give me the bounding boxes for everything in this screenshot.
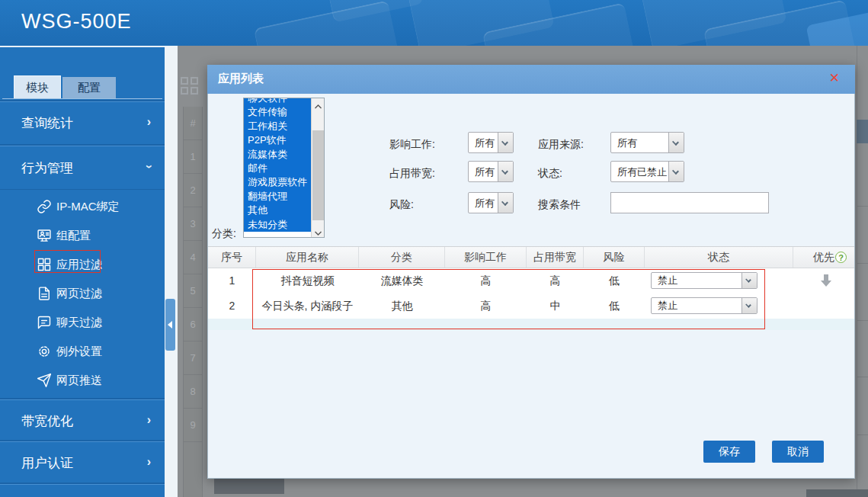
row-number: 3: [184, 207, 202, 241]
sidebar-item-app-filter[interactable]: 应用过滤: [0, 250, 165, 279]
section-label: 带宽优化: [21, 412, 73, 429]
cell-name: 抖音短视频: [256, 268, 359, 293]
sidebar-section-user-auth[interactable]: 用户认证 ›: [0, 441, 165, 483]
category-option[interactable]: 游戏股票软件: [244, 175, 312, 189]
move-down-icon[interactable]: [821, 274, 831, 287]
cell-index: 2: [208, 293, 256, 319]
sidebar-section-bandwidth-opt[interactable]: 带宽优化 ›: [0, 399, 165, 441]
select-value: 所有: [617, 136, 637, 150]
close-icon[interactable]: ✕: [829, 71, 840, 86]
background-row-line: [857, 377, 868, 377]
bandwidth-filter-select[interactable]: 所有: [468, 161, 514, 182]
category-listbox[interactable]: 聊天软件 文件传输 工作相关 P2P软件 流媒体类 邮件 游戏股票软件 翻墙代理…: [243, 98, 325, 238]
scroll-down-button[interactable]: [312, 225, 325, 237]
category-option[interactable]: 流媒体类: [244, 148, 312, 162]
save-button[interactable]: 保存: [703, 441, 755, 463]
status-filter-select[interactable]: 所有已禁止: [610, 161, 684, 182]
bandwidth-filter-label: 占用带宽:: [389, 167, 435, 181]
gear-icon: [37, 344, 52, 359]
col-header-index: 序号: [208, 247, 256, 268]
source-filter-select[interactable]: 所有: [610, 132, 684, 153]
risk-filter-select[interactable]: 所有: [468, 192, 514, 213]
category-option[interactable]: P2P软件: [244, 133, 312, 147]
search-filter-label: 搜索条件: [538, 198, 581, 212]
row-number: #: [184, 107, 202, 140]
source-filter-label: 应用来源:: [538, 138, 584, 152]
cell-index: 1: [208, 268, 256, 293]
category-label: 分类:: [212, 227, 236, 241]
chat-bubble-icon: [37, 315, 52, 330]
cell-risk: 低: [584, 293, 645, 319]
scroll-up-button[interactable]: [312, 98, 325, 111]
chevron-right-icon: ›: [147, 412, 151, 426]
chevron-right-icon: ›: [147, 115, 151, 129]
chevron-down-icon: [498, 193, 513, 213]
sidebar-item-label: 网页过滤: [56, 287, 102, 301]
col-header-priority-label: 优先: [813, 251, 834, 263]
help-icon[interactable]: ?: [835, 252, 847, 263]
chevron-down-icon: [741, 298, 757, 313]
app-table-body: 1 抖音短视频 流媒体类 高 高 低 禁止 2 今日头条, 内涵段子 其他 高 …: [208, 268, 854, 330]
impact-filter-select[interactable]: 所有: [468, 132, 514, 153]
select-value: 禁止: [658, 273, 677, 288]
sidebar-item-group-config[interactable]: 组配置: [0, 221, 165, 250]
sidebar-item-exception[interactable]: 例外设置: [0, 337, 165, 366]
cell-impact: 高: [445, 293, 527, 319]
section-label: 查询统计: [21, 114, 73, 132]
sidebar-item-web-push[interactable]: 网页推送: [0, 366, 165, 395]
col-header-impact: 影响工作: [445, 247, 527, 268]
background-row-line: [857, 206, 868, 207]
sidebar-item-chat-filter[interactable]: 聊天过滤: [0, 308, 165, 337]
sidebar-section-query-stats[interactable]: 查询统计 ›: [0, 101, 165, 143]
background-dimmed-button: [214, 479, 284, 494]
dialog-titlebar: 应用列表 ✕: [207, 65, 855, 94]
app-header: WSG-500E: [0, 0, 868, 46]
table-row-empty: [208, 319, 854, 330]
search-input[interactable]: [610, 192, 769, 213]
category-option[interactable]: 其他: [244, 204, 312, 217]
sidebar-item-ip-mac[interactable]: IP-MAC绑定: [0, 192, 165, 221]
sidebar-item-label: 聊天过滤: [56, 316, 102, 330]
category-option[interactable]: 工作相关: [244, 120, 312, 133]
chevron-down-icon: [498, 133, 513, 152]
tab-config[interactable]: 配置: [62, 77, 116, 98]
chevron-down-icon: [668, 133, 684, 152]
table-row: 2 今日头条, 内涵段子 其他 高 中 低 禁止: [208, 293, 854, 319]
category-option[interactable]: 翻墙代理: [244, 190, 312, 204]
sidebar-item-label: 网页推送: [56, 374, 102, 388]
table-row: 1 抖音短视频 流媒体类 高 高 低 禁止: [208, 268, 854, 293]
row-number: 9: [184, 409, 202, 442]
scrollbar-thumb[interactable]: [312, 130, 324, 220]
cell-bandwidth: 高: [527, 268, 584, 293]
chevron-down-icon: [668, 162, 684, 181]
behavior-submenu: IP-MAC绑定 组配置 应用过滤 网页过滤 聊天过滤 例外设置 网页推送: [0, 189, 165, 399]
category-option[interactable]: 文件传输: [244, 105, 312, 119]
listbox-scrollbar[interactable]: [311, 98, 324, 237]
tab-modules[interactable]: 模块: [14, 75, 61, 98]
status-select[interactable]: 禁止: [651, 272, 757, 289]
background-row-line: [857, 320, 868, 321]
cell-status: 禁止: [645, 268, 793, 293]
category-option[interactable]: 聊天软件: [244, 98, 312, 105]
sidebar-item-web-filter[interactable]: 网页过滤: [0, 279, 165, 308]
select-value: 禁止: [658, 298, 677, 313]
category-options: 聊天软件 文件传输 工作相关 P2P软件 流媒体类 邮件 游戏股票软件 翻墙代理…: [244, 98, 312, 232]
status-select[interactable]: 禁止: [651, 297, 757, 314]
row-number: 8: [184, 375, 202, 409]
cell-category: 其他: [359, 293, 445, 319]
section-label: 用户认证: [21, 454, 73, 472]
sidebar-item-label: 应用过滤: [56, 258, 102, 272]
sidebar-item-label: 例外设置: [56, 345, 102, 359]
document-icon: [37, 286, 52, 301]
sidebar-section-behavior-mgmt[interactable]: 行为管理 ›: [0, 146, 165, 189]
category-option[interactable]: 邮件: [244, 162, 312, 175]
tabs-divider: [2, 98, 162, 99]
link-icon: [37, 199, 52, 214]
category-option[interactable]: 未知分类: [244, 218, 312, 232]
grid-icon: [37, 257, 52, 272]
background-dimmed-element: [806, 489, 868, 497]
select-value: 所有: [475, 165, 495, 179]
sidebar-collapse-handle[interactable]: [165, 299, 175, 351]
cancel-button[interactable]: 取消: [772, 441, 824, 463]
row-number: 6: [184, 308, 202, 341]
